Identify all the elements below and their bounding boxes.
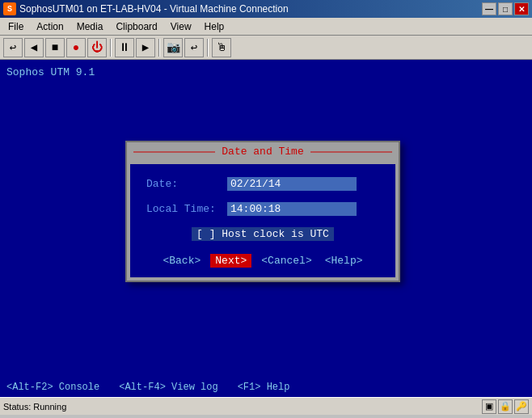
menu-clipboard[interactable]: Clipboard bbox=[109, 19, 163, 34]
status-icon-monitor: ▣ bbox=[482, 399, 496, 414]
toolbar-pause-button[interactable]: ⏸ bbox=[115, 38, 134, 57]
toolbar-separator-3 bbox=[207, 39, 209, 57]
title-bar-buttons: — □ ✕ bbox=[482, 2, 529, 15]
bottom-help: <F1> Help bbox=[238, 382, 290, 393]
status-icon-lock2: 🔑 bbox=[514, 399, 529, 414]
checkbox-row: [ ] Host clock is UTC bbox=[146, 227, 379, 241]
menu-bar: File Action Media Clipboard View Help bbox=[0, 18, 532, 36]
toolbar-power-button[interactable]: ⏻ bbox=[87, 38, 107, 57]
toolbar: ↩ ◀ ■ ● ⏻ ⏸ ▶ 📷 ↩ 🖱 bbox=[0, 36, 532, 60]
maximize-button[interactable]: □ bbox=[498, 2, 513, 15]
date-label: Date: bbox=[146, 178, 227, 190]
dialog-title-bar: Date and Time bbox=[127, 142, 399, 161]
status-bar: Status: Running ▣ 🔒 🔑 bbox=[0, 397, 532, 415]
next-button[interactable]: Next> bbox=[210, 254, 251, 268]
help-button[interactable]: <Help> bbox=[322, 254, 366, 268]
menu-view[interactable]: View bbox=[164, 19, 198, 34]
time-field-row: Local Time: bbox=[146, 202, 379, 216]
toolbar-stop-button[interactable]: ■ bbox=[45, 38, 65, 57]
close-button[interactable]: ✕ bbox=[514, 2, 529, 15]
host-clock-checkbox[interactable]: [ ] Host clock is UTC bbox=[192, 227, 334, 241]
status-icons: ▣ 🔒 🔑 bbox=[482, 399, 529, 414]
app-icon-text: S bbox=[7, 5, 12, 14]
dialog-buttons: <Back> Next> <Cancel> <Help> bbox=[146, 254, 379, 268]
toolbar-record-button[interactable]: ● bbox=[66, 38, 86, 57]
version-label: Sophos UTM 9.1 bbox=[6, 66, 95, 78]
date-field-row: Date: bbox=[146, 177, 379, 191]
title-bar-text: SophosUTM01 on ET-LAB-HV04 - Virtual Mac… bbox=[19, 3, 289, 15]
menu-action[interactable]: Action bbox=[30, 19, 70, 34]
toolbar-back-button[interactable]: ↩ bbox=[3, 38, 23, 57]
status-text: Status: Running bbox=[3, 402, 66, 412]
dialog: Date and Time Date: Local Time: [ ] Host… bbox=[125, 141, 400, 282]
date-input[interactable] bbox=[227, 177, 357, 191]
title-bar: S SophosUTM01 on ET-LAB-HV04 - Virtual M… bbox=[0, 0, 532, 18]
toolbar-reset-button[interactable]: ↩ bbox=[184, 38, 204, 57]
status-icon-lock1: 🔒 bbox=[498, 399, 513, 414]
dialog-title: Date and Time bbox=[215, 146, 310, 158]
toolbar-separator-2 bbox=[158, 39, 160, 57]
minimize-button[interactable]: — bbox=[482, 2, 496, 15]
bottom-viewlog: <Alt-F4> View log bbox=[119, 382, 217, 393]
toolbar-screenshot-button[interactable]: 📷 bbox=[163, 38, 183, 57]
bottom-bar: <Alt-F2> Console <Alt-F4> View log <F1> … bbox=[0, 378, 532, 397]
cancel-button[interactable]: <Cancel> bbox=[258, 254, 315, 268]
bottom-console: <Alt-F2> Console bbox=[6, 382, 99, 393]
menu-help[interactable]: Help bbox=[198, 19, 231, 34]
toolbar-separator-1 bbox=[110, 39, 112, 57]
main-content: Sophos UTM 9.1 Date and Time Date: Local… bbox=[0, 60, 532, 378]
app-icon: S bbox=[3, 2, 16, 15]
time-input[interactable] bbox=[227, 202, 357, 216]
toolbar-prev-button[interactable]: ◀ bbox=[24, 38, 44, 57]
menu-file[interactable]: File bbox=[2, 19, 30, 34]
toolbar-mouse-button[interactable]: 🖱 bbox=[212, 38, 231, 57]
title-bar-left: S SophosUTM01 on ET-LAB-HV04 - Virtual M… bbox=[3, 2, 289, 15]
menu-media[interactable]: Media bbox=[70, 19, 110, 34]
back-button[interactable]: <Back> bbox=[159, 254, 204, 268]
toolbar-play-button[interactable]: ▶ bbox=[136, 38, 155, 57]
dialog-body: Date: Local Time: [ ] Host clock is UTC … bbox=[130, 164, 395, 277]
time-label: Local Time: bbox=[146, 203, 227, 215]
